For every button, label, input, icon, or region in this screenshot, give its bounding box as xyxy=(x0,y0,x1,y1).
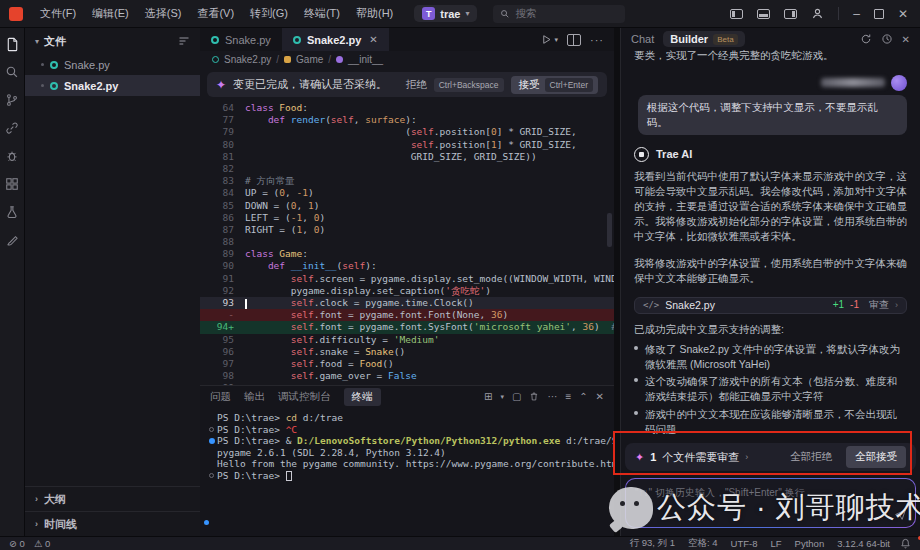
changed-file-card[interactable]: </> Snake2.py +1 -1 审查 › xyxy=(634,297,907,314)
code-line: 84UP = (0, -1) xyxy=(200,187,614,199)
editor-scrollbar[interactable] xyxy=(607,213,612,247)
run-button[interactable]: ▾ xyxy=(541,34,558,45)
reject-button[interactable]: 拒绝 xyxy=(406,78,427,92)
close-icon[interactable]: ✕ xyxy=(898,7,908,21)
code-line: 99 xyxy=(200,382,614,385)
outline-section[interactable]: › 大纲 xyxy=(25,486,200,511)
line-number: 77 xyxy=(200,114,245,126)
explorer-sidebar: ▾ 文件 Snake.pySnake2.py › 大纲 › 时间线 xyxy=(24,28,200,536)
menu-item-3[interactable]: 查看(V) xyxy=(190,3,241,24)
user-name-blurred xyxy=(821,78,885,87)
source-control-icon[interactable] xyxy=(4,92,20,108)
menu-item-2[interactable]: 选择(S) xyxy=(138,3,189,24)
close-panel-icon[interactable]: ✕ xyxy=(596,391,604,402)
panel-layout-icon[interactable]: ≡ xyxy=(565,391,571,402)
panel-tab-问题[interactable]: 问题 xyxy=(210,390,231,404)
terminal[interactable]: PS D:\trae> cd d:/traePS D:\trae> ^CPS D… xyxy=(200,407,614,536)
account-icon[interactable] xyxy=(811,7,824,20)
line-number: 91 xyxy=(200,273,245,285)
line-number: 87 xyxy=(200,224,245,236)
breadcrumb-item[interactable]: Game xyxy=(296,54,323,65)
extensions-icon[interactable] xyxy=(4,176,20,192)
bottom-panel: 问题输出调试控制台终端 ⊞ ▾ ▢ ··· ≡ ⌃ ✕ PS D:\trae> … xyxy=(200,385,614,536)
review-link[interactable]: 审查 xyxy=(869,298,889,312)
status-item-5[interactable]: 3.12.4 64-bit xyxy=(837,538,890,549)
global-search-input[interactable]: 搜索 xyxy=(493,5,625,23)
menu-item-6[interactable]: 帮助(H) xyxy=(349,3,400,24)
tab-builder[interactable]: Builder Beta xyxy=(663,31,744,47)
panel-tab-bar: 问题输出调试控制台终端 ⊞ ▾ ▢ ··· ≡ ⌃ ✕ xyxy=(200,386,614,407)
testing-flask-icon[interactable] xyxy=(4,204,20,220)
problems-warnings[interactable]: ⚠ 0 xyxy=(34,538,50,549)
code-line: 80 self.position[1] * GRID_SIZE, xyxy=(200,139,614,151)
chat-message-list[interactable]: 方向键控制蛇的移动数字键1-3切换难度空格键重新开始游戏 游戏界面显示: 实时分… xyxy=(621,50,920,439)
new-chat-icon[interactable] xyxy=(860,33,872,45)
minimize-icon[interactable]: – xyxy=(853,9,860,19)
theme-brush-icon[interactable] xyxy=(4,232,20,248)
search-icon xyxy=(500,9,510,19)
breadcrumb[interactable]: Snake2.py/Game/__init__ xyxy=(200,51,614,68)
maximize-panel-icon[interactable]: ⌃ xyxy=(579,391,587,402)
more-actions-icon[interactable]: ··· xyxy=(590,34,604,46)
file-item-Snake2.py[interactable]: Snake2.py xyxy=(25,75,200,96)
chat-input[interactable]: "↑↓" 切换历史输入，"Shift+Enter" 换行 xyxy=(626,479,915,527)
status-item-4[interactable]: Python xyxy=(795,538,825,549)
send-icon[interactable] xyxy=(894,508,907,521)
trash-icon[interactable] xyxy=(529,391,539,402)
layout-panel-icon[interactable] xyxy=(757,9,770,19)
line-number: 85 xyxy=(200,200,245,212)
menu-item-5[interactable]: 终端(T) xyxy=(297,3,347,24)
tab-chat[interactable]: Chat xyxy=(631,33,654,45)
accept-all-button[interactable]: 全部接受 xyxy=(846,446,906,468)
menu-item-0[interactable]: 文件(F) xyxy=(33,3,83,24)
panel-tab-终端[interactable]: 终端 xyxy=(344,388,381,406)
line-number: 89 xyxy=(200,248,245,260)
breadcrumb-item[interactable]: Snake2.py xyxy=(224,54,271,65)
history-icon[interactable] xyxy=(881,33,893,45)
panel-tab-输出[interactable]: 输出 xyxy=(244,390,265,404)
editor-tab-Snake2.py[interactable]: Snake2.py✕ xyxy=(282,28,389,51)
problems-errors[interactable]: ⊘ 0 xyxy=(9,538,25,549)
chevron-right-icon[interactable]: › xyxy=(745,452,784,462)
debug-icon[interactable] xyxy=(4,148,20,164)
split-editor-icon[interactable] xyxy=(567,34,581,46)
new-panel-icon[interactable]: ▢ xyxy=(512,391,521,402)
close-icon[interactable]: ✕ xyxy=(902,34,910,45)
breadcrumb-item[interactable]: __init__ xyxy=(348,54,383,65)
code-editor[interactable]: 64class Food:77 def render(self, surface… xyxy=(200,100,614,385)
line-number: 94+ xyxy=(200,321,245,333)
status-item-1[interactable]: 空格: 4 xyxy=(688,537,718,550)
explorer-section-header[interactable]: ▾ 文件 xyxy=(25,28,200,54)
status-item-3[interactable]: LF xyxy=(771,538,782,549)
maximize-icon[interactable] xyxy=(874,9,884,19)
status-item-0[interactable]: 行 93, 列 1 xyxy=(630,537,675,550)
close-tab-icon[interactable]: ✕ xyxy=(369,34,377,45)
file-item-Snake.py[interactable]: Snake.py xyxy=(25,54,200,75)
activity-bar xyxy=(0,28,24,536)
more-actions-icon[interactable]: ··· xyxy=(547,391,557,402)
notifications-bell[interactable] xyxy=(900,538,920,549)
file-symbol-icon xyxy=(212,56,219,63)
code-line: 95 self.difficulty = 'Medium' xyxy=(200,334,614,346)
code-line: 83# 方向常量 xyxy=(200,175,614,187)
code-line: 87RIGHT = (1, 0) xyxy=(200,224,614,236)
menu-item-4[interactable]: 转到(G) xyxy=(243,3,295,24)
editor-tab-Snake.py[interactable]: Snake.py xyxy=(200,28,282,51)
result-heading: 已成功完成中文显示支持的调整: xyxy=(634,322,907,337)
explorer-icon[interactable] xyxy=(4,36,20,52)
remote-link-icon[interactable] xyxy=(4,120,20,136)
timeline-section[interactable]: › 时间线 xyxy=(25,511,200,536)
accept-button[interactable]: 接受 Ctrl+Enter xyxy=(511,76,599,94)
panel-tab-调试控制台[interactable]: 调试控制台 xyxy=(278,390,331,404)
workspace-switcher[interactable]: T trae ▾ xyxy=(414,5,477,22)
line-number: 82 xyxy=(200,163,245,175)
layout-sidebar-left-icon[interactable] xyxy=(730,9,743,19)
explorer-actions-icon[interactable] xyxy=(178,35,190,47)
split-terminal-icon[interactable]: ⊞ xyxy=(484,391,492,402)
layout-sidebar-right-icon[interactable] xyxy=(784,9,797,19)
chevron-down-icon[interactable]: ▾ xyxy=(500,393,504,401)
status-item-2[interactable]: UTF-8 xyxy=(731,538,758,549)
menu-item-1[interactable]: 编辑(E) xyxy=(85,3,136,24)
reject-all-button[interactable]: 全部拒绝 xyxy=(790,450,832,464)
search-icon[interactable] xyxy=(4,64,20,80)
